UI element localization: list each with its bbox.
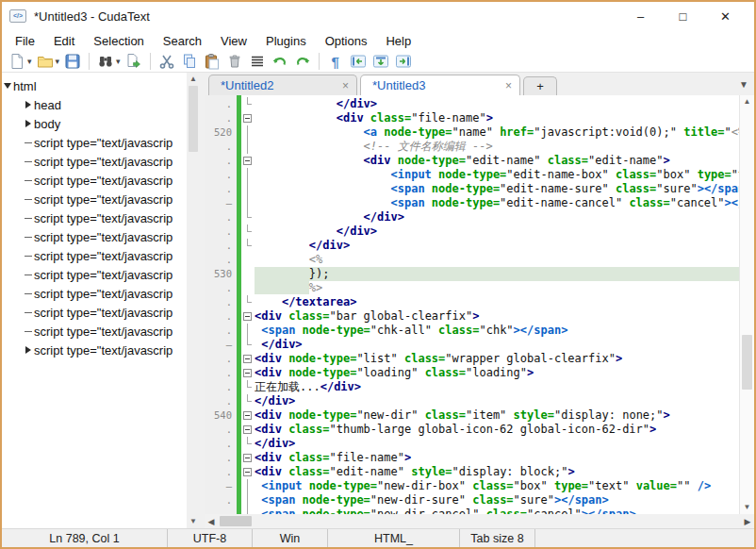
editor-vscrollbar[interactable]: ▲ ▼ [739, 95, 754, 514]
minimize-button[interactable]: – [619, 3, 662, 29]
line-endings-cell[interactable]: Win [253, 529, 328, 547]
menu-item-plugins[interactable]: Plugins [256, 32, 316, 50]
collapse-icon[interactable] [2, 83, 13, 89]
fold-column[interactable] [241, 366, 255, 380]
code-text[interactable]: <div class="edit-name" style="display: b… [255, 465, 739, 479]
code-text[interactable]: </textarea> [255, 295, 739, 309]
tree-item-script[interactable]: script type="text/javascrip [2, 227, 187, 246]
code-line[interactable]: .</div> [205, 437, 739, 451]
tree-scroll-thumb[interactable] [189, 86, 198, 152]
copy-button[interactable] [178, 52, 201, 71]
new-tab-button[interactable]: + [523, 76, 557, 95]
find-button[interactable]: ▾ [94, 52, 123, 71]
editor-scroll-thumb[interactable] [742, 335, 752, 390]
delete-button[interactable] [223, 52, 246, 71]
code-text[interactable]: <span node-type="edit-name-cancel" class… [255, 196, 739, 210]
tree-item-body[interactable]: body [2, 114, 187, 133]
code-line[interactable]: . <div node-type="edit-name" class="edit… [205, 154, 739, 168]
fold-toggle-icon[interactable] [243, 157, 252, 165]
new-file-button[interactable]: ▾ [6, 52, 34, 71]
code-line[interactable]: . <span node-type="new-dir-cancel" class… [205, 507, 739, 514]
fold-column[interactable] [241, 111, 255, 125]
code-line[interactable]: .<div class="file-name"> [205, 451, 739, 465]
code-text[interactable]: </div> [255, 338, 739, 352]
editor-scroll-up-icon[interactable]: ▲ [744, 95, 751, 108]
select-all-button[interactable] [246, 52, 269, 71]
tree-item-script[interactable]: script type="text/javascrip [2, 341, 187, 359]
caret-position-cell[interactable]: Ln 789, Col 1 [2, 529, 168, 547]
code-line[interactable]: .<div class="bar global-clearfix"> [205, 309, 739, 324]
code-line[interactable]: . </div> [205, 225, 739, 239]
menu-item-edit[interactable]: Edit [44, 32, 84, 50]
code-line[interactable]: . </div> [205, 239, 739, 253]
code-text[interactable]: </div> [255, 437, 739, 451]
menu-item-view[interactable]: View [211, 32, 256, 50]
open-file-button[interactable]: ▾ [34, 52, 62, 71]
code-text[interactable]: <div class="file-name"> [255, 451, 739, 465]
tab-untitled2[interactable]: *Untitled2× [208, 75, 357, 95]
code-text[interactable]: 正在加载...</div> [255, 380, 739, 394]
code-line[interactable]: . <div class="file-name"> [205, 111, 739, 125]
code-text[interactable]: %> [255, 281, 739, 295]
encoding-cell[interactable]: UTF-8 [168, 529, 253, 547]
hscroll-right-icon[interactable]: ▶ [741, 517, 754, 526]
tree-item-script[interactable]: script type="text/javascrip [2, 265, 187, 284]
tab-size-cell[interactable]: Tab size 8 [460, 529, 535, 547]
code-text[interactable]: <div class="bar global-clearfix"> [255, 309, 739, 324]
code-line[interactable]: .</div> [205, 394, 739, 408]
code-line[interactable]: . </div> [205, 97, 739, 111]
code-text[interactable]: <input node-type="new-dir-box" class="bo… [255, 479, 739, 493]
fold-toggle-icon[interactable] [243, 312, 252, 321]
code-line[interactable]: 530 }); [205, 267, 739, 281]
code-text[interactable]: <!-- 文件名称编辑 --> [255, 140, 739, 154]
code-text[interactable]: </div> [255, 239, 739, 253]
code-line[interactable]: .<div node-type="list" class="wrapper gl… [205, 352, 739, 366]
tab-close-icon[interactable]: × [492, 79, 512, 92]
tree-item-script[interactable]: script type="text/javascrip [2, 133, 187, 152]
open-file-dropdown-icon[interactable]: ▾ [56, 57, 60, 66]
tree-item-script[interactable]: script type="text/javascrip [2, 152, 187, 171]
code-line[interactable]: . <!-- 文件名称编辑 --> [205, 140, 739, 154]
code-text[interactable]: <span node-type="new-dir-sure" class="su… [255, 493, 739, 507]
code-text[interactable]: <div node-type="new-dir" class="item" st… [255, 408, 739, 423]
expand-icon[interactable] [23, 101, 34, 108]
code-text[interactable]: <a node-type="name" href="javascript:voi… [255, 125, 739, 140]
menu-item-options[interactable]: Options [316, 32, 377, 50]
fold-toggle-icon[interactable] [243, 355, 252, 363]
tree-item-script[interactable]: script type="text/javascrip [2, 322, 187, 341]
tree-scroll-up-icon[interactable]: ▲ [189, 73, 197, 86]
fold-toggle-icon[interactable] [243, 454, 252, 462]
menu-item-help[interactable]: Help [376, 32, 420, 50]
status-empty-cell[interactable] [535, 529, 754, 547]
code-text[interactable]: <div node-type="list" class="wrapper glo… [255, 352, 739, 366]
tab-list-dropdown-icon[interactable]: ▼ [739, 79, 748, 90]
new-file-dropdown-icon[interactable]: ▾ [27, 57, 32, 66]
tab-close-icon[interactable]: × [329, 79, 349, 92]
code-line[interactable]: .<div node-type="loading" class="loading… [205, 366, 739, 380]
lexer-cell[interactable]: HTML_ [328, 529, 460, 547]
tree-item-script[interactable]: script type="text/javascrip [2, 190, 187, 208]
redo-button[interactable] [291, 52, 314, 71]
fold-column[interactable] [241, 423, 255, 437]
undo-button[interactable] [269, 52, 291, 71]
hscroll-left-icon[interactable]: ◀ [205, 517, 218, 526]
fold-toggle-icon[interactable] [243, 411, 252, 420]
fold-column[interactable] [241, 408, 255, 423]
tree-item-script[interactable]: script type="text/javascrip [2, 303, 187, 322]
fold-toggle-icon[interactable] [243, 369, 252, 377]
code-line[interactable]: – </div> [205, 338, 739, 352]
code-line[interactable]: .<div class="thumb-large global-icon-62 … [205, 423, 739, 437]
code-line[interactable]: . <span node-type="chk-all" class="chk">… [205, 324, 739, 338]
tree-item-script[interactable]: script type="text/javascrip [2, 246, 187, 265]
code-line[interactable]: – <span node-type="edit-name-cancel" cla… [205, 196, 739, 210]
code-editor[interactable]: . </div>. <div class="file-name">520 <a … [205, 95, 754, 514]
tree-scrollbar[interactable]: ▲ ▼ [187, 73, 200, 528]
editor-scroll-down-icon[interactable]: ▼ [744, 501, 751, 514]
code-line[interactable]: . <span node-type="new-dir-sure" class="… [205, 493, 739, 507]
cut-button[interactable] [156, 52, 178, 71]
tree-item-head[interactable]: head [2, 95, 187, 114]
close-button[interactable]: ✕ [704, 3, 747, 29]
tree-item-html[interactable]: html [2, 76, 187, 95]
code-text[interactable]: </div> [255, 225, 739, 239]
expand-icon[interactable] [23, 346, 34, 354]
